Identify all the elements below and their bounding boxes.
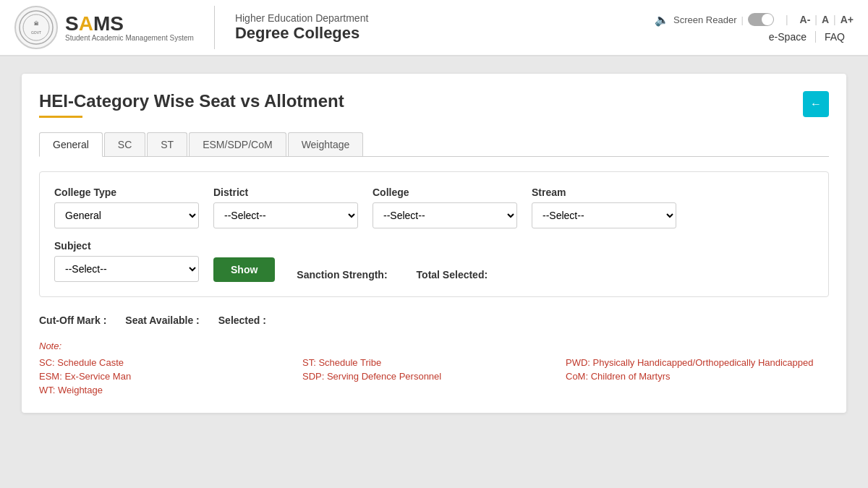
page-title: HEI-Category Wise Seat vs Allotment <box>39 91 344 111</box>
font-divider-2: | <box>833 14 836 25</box>
svg-point-1 <box>23 14 49 40</box>
logo-highlight: A <box>79 12 93 35</box>
logo-area: 🏛 GOVT SAMS Student Academic Management … <box>14 6 194 49</box>
district-group: District --Select-- <box>213 187 358 228</box>
tab-sc[interactable]: SC <box>104 132 145 156</box>
note-label: Note: <box>39 341 829 351</box>
note-pwd: PWD: Physically Handicapped/Orthopedical… <box>566 357 829 368</box>
stream-select[interactable]: --Select-- <box>532 202 676 228</box>
selected-item: Selected : <box>218 314 271 326</box>
seat-available-item: Seat Available : <box>125 314 203 326</box>
header-divider <box>214 6 215 49</box>
header-right: 🔈 Screen Reader | | A- | A | A+ e-Space … <box>655 13 854 43</box>
logo-text: SAMS Student Academic Management System <box>65 14 194 42</box>
sanction-strength-label: Sanction Strength: <box>297 269 387 281</box>
header-nav-links: e-Space FAQ <box>760 31 854 43</box>
main-content: HEI-Category Wise Seat vs Allotment ← Ge… <box>0 56 868 430</box>
cutoff-item: Cut-Off Mark : <box>39 314 111 326</box>
college-group: College --Select-- <box>373 187 517 228</box>
header-left: 🏛 GOVT SAMS Student Academic Management … <box>14 6 368 49</box>
note-esm: ESM: Ex-Service Man <box>39 371 302 382</box>
district-select[interactable]: --Select-- <box>213 202 358 228</box>
college-type-label: College Type <box>54 187 199 198</box>
subject-select[interactable]: --Select-- <box>54 256 199 282</box>
tab-st[interactable]: ST <box>147 132 187 156</box>
speaker-icon: 🔈 <box>655 13 669 27</box>
note-com: CoM: Children of Martyrs <box>566 371 829 382</box>
header-top-controls: 🔈 Screen Reader | | A- | A | A+ <box>655 13 854 27</box>
font-divider-1: | <box>814 14 817 25</box>
summary-row: Cut-Off Mark : Seat Available : Selected… <box>39 314 829 326</box>
faq-link[interactable]: FAQ <box>816 31 854 43</box>
cutoff-label: Cut-Off Mark : <box>39 314 106 326</box>
college-label: College <box>373 187 517 198</box>
note-wt: WT: Weightage <box>39 385 302 395</box>
sanction-strength-item: Sanction Strength: <box>297 269 387 282</box>
show-button[interactable]: Show <box>213 257 275 282</box>
header: 🏛 GOVT SAMS Student Academic Management … <box>0 0 868 56</box>
stream-group: Stream --Select-- <box>532 187 676 228</box>
tabs: General SC ST ESM/SDP/CoM Weightage <box>39 132 829 157</box>
note-sdp: SDP: Serving Defence Personnel <box>302 371 566 382</box>
back-button[interactable]: ← <box>803 91 829 117</box>
title-underline <box>39 116 82 118</box>
font-controls: A- | A | A+ <box>800 14 854 25</box>
seat-available-label: Seat Available : <box>125 314 199 326</box>
logo-sams: SAMS <box>65 14 194 34</box>
dept-subtitle: Degree Colleges <box>235 24 368 43</box>
stats-area: Sanction Strength: Total Selected: <box>297 269 488 282</box>
logo-emblem: 🏛 GOVT <box>14 6 58 49</box>
divider-v: | <box>741 14 743 25</box>
dept-title: Higher Education Department <box>235 12 368 24</box>
college-select[interactable]: --Select-- <box>373 202 517 228</box>
note-items: SC: Schedule Caste ST: Schedule Tribe PW… <box>39 357 829 395</box>
font-increase-btn[interactable]: A+ <box>841 14 854 25</box>
espace-link[interactable]: e-Space <box>760 31 816 43</box>
total-selected-item: Total Selected: <box>417 269 488 282</box>
content-card: HEI-Category Wise Seat vs Allotment ← Ge… <box>22 74 846 413</box>
tab-weightage[interactable]: Weightage <box>288 132 364 156</box>
screen-reader-toggle[interactable]: 🔈 Screen Reader | <box>655 13 774 27</box>
stream-label: Stream <box>532 187 676 198</box>
note-st: ST: Schedule Tribe <box>302 357 566 368</box>
show-and-stats: Show Sanction Strength: Total Selected: <box>213 240 488 282</box>
svg-text:🏛: 🏛 <box>34 20 39 26</box>
logo-subtitle: Student Academic Management System <box>65 34 194 42</box>
font-decrease-btn[interactable]: A- <box>800 14 811 25</box>
subject-label: Subject <box>54 240 199 252</box>
svg-text:GOVT: GOVT <box>31 30 41 35</box>
filter-row-2: Subject --Select-- Show Sanction Strengt… <box>54 240 814 282</box>
screen-reader-switch[interactable] <box>748 13 774 26</box>
svg-point-0 <box>20 11 53 44</box>
district-label: District <box>213 187 358 198</box>
tab-general[interactable]: General <box>39 132 103 157</box>
screen-reader-label: Screen Reader <box>673 14 736 25</box>
filter-row-1: College Type General Aided Unaided Distr… <box>54 187 814 228</box>
filter-panel: College Type General Aided Unaided Distr… <box>39 171 829 297</box>
selected-label: Selected : <box>218 314 266 326</box>
subject-group: Subject --Select-- <box>54 240 199 282</box>
note-sc: SC: Schedule Caste <box>39 357 302 368</box>
font-normal-btn[interactable]: A <box>822 14 829 25</box>
college-type-group: College Type General Aided Unaided <box>54 187 199 228</box>
notes-section: Note: SC: Schedule Caste ST: Schedule Tr… <box>39 341 829 395</box>
font-divider: | <box>786 14 788 25</box>
page-title-area: HEI-Category Wise Seat vs Allotment <box>39 91 344 118</box>
college-type-select[interactable]: General Aided Unaided <box>54 202 199 228</box>
card-header: HEI-Category Wise Seat vs Allotment ← <box>39 91 829 118</box>
total-selected-label: Total Selected: <box>417 269 488 281</box>
dept-info: Higher Education Department Degree Colle… <box>235 12 368 43</box>
tab-esm[interactable]: ESM/SDP/CoM <box>189 132 286 156</box>
